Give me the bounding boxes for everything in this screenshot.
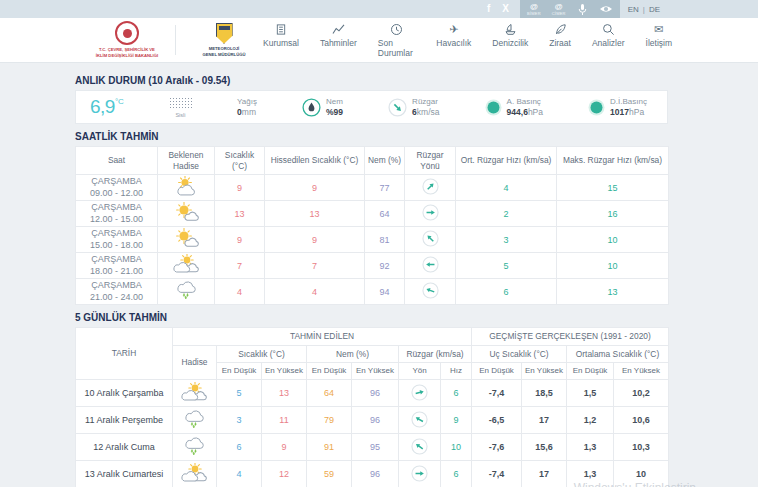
hourly-humidity-cell: 94	[365, 279, 405, 305]
nav-label: Ziraat	[549, 38, 571, 48]
daily-ext-max-cell: 17	[522, 407, 567, 434]
daily-forecast-title: 5 GÜNLÜK TAHMİN	[75, 312, 758, 323]
daily-avg-min-cell: 1,3	[567, 461, 614, 487]
twitter-x-icon[interactable]: X	[497, 0, 514, 18]
hourly-row: ÇARŞAMBA21.00 - 24.004494613	[76, 279, 669, 305]
nav-item-kurumsal[interactable]: Kurumsal	[263, 23, 299, 58]
nav-label: İletişim	[646, 38, 672, 48]
hourly-row: ÇARŞAMBA15.00 - 18.009981310	[76, 227, 669, 253]
hourly-avg-wind-cell: 3	[456, 227, 557, 253]
sun-cloud-weather-icon	[173, 176, 200, 197]
sun-clouds-weather-icon	[180, 382, 209, 403]
daily-date-cell: 10 Aralık Çarşamba	[76, 380, 173, 407]
current-condition: Sisli	[169, 97, 192, 118]
hourly-max-wind-cell: 10	[557, 227, 669, 253]
daily-temp-min-cell: 4	[217, 461, 262, 487]
daily-avg-max-cell: 10,3	[614, 434, 669, 461]
rain-weather-icon	[174, 280, 199, 301]
hourly-col-header: Saat	[76, 147, 158, 175]
hourly-weather-cell	[158, 227, 215, 253]
lang-en[interactable]: EN	[628, 5, 639, 14]
daily-temp-min-cell: 5	[217, 380, 262, 407]
current-item-label: D.İ.Basınç	[610, 97, 647, 107]
facebook-icon[interactable]: f	[480, 0, 497, 18]
daily-temp-max-cell: 11	[262, 407, 307, 434]
hourly-humidity-cell: 64	[365, 201, 405, 227]
site-header: T.C. ÇEVRE, ŞEHİRCİLİK VE İKLİM DEĞİŞİKL…	[0, 18, 758, 63]
col-header-humidity: Nem (%)	[307, 345, 399, 363]
hourly-time-cell: ÇARŞAMBA12.00 - 15.00	[76, 201, 158, 227]
hourly-wind-dir-cell	[405, 175, 456, 201]
wind-direction-icon	[411, 465, 428, 482]
daily-temp-max-cell: 9	[262, 434, 307, 461]
hourly-row: ÇARŞAMBA18.00 - 21.007792510	[76, 253, 669, 279]
daily-wind-dir-cell	[399, 434, 441, 461]
col-header-ext-max: En Yüksek	[522, 363, 567, 380]
hourly-wind-dir-cell	[405, 201, 456, 227]
daily-row: 13 Aralık Cumartesi41259966-7,4171,310	[76, 461, 669, 487]
daily-hum-min-cell: 79	[307, 407, 352, 434]
col-header-date: TARİH	[76, 328, 173, 380]
rain-weather-icon	[182, 409, 207, 430]
hourly-avg-wind-cell: 2	[456, 201, 557, 227]
microphone-icon[interactable]	[577, 3, 588, 16]
daily-avg-max-cell: 10,6	[614, 407, 669, 434]
nav-item-i̇letisim[interactable]: ✉İletişim	[646, 23, 672, 58]
wind-direction-icon	[422, 178, 439, 195]
daily-row: 11 Aralık Perşembe31179969-6,5171,210,6	[76, 407, 669, 434]
daily-forecast-table: TARİH TAHMİN EDİLEN GEÇMİŞTE GERÇEKLEŞEN…	[75, 327, 669, 487]
col-header-event: Hadise	[173, 345, 217, 380]
hourly-temp-cell: 13	[215, 201, 265, 227]
col-header-temp: Sıcaklık (°C)	[217, 345, 307, 363]
accessibility-eye-icon[interactable]	[599, 4, 613, 14]
hourly-feels-cell: 13	[265, 201, 365, 227]
wind-direction-icon	[422, 204, 439, 221]
wind-direction-icon	[422, 230, 439, 247]
bimer-icon[interactable]: @ BİMER	[527, 2, 541, 16]
daily-temp-max-cell: 12	[262, 461, 307, 487]
daily-row: 10 Aralık Çarşamba51364966-7,418,51,510,…	[76, 380, 669, 407]
ministry-logo[interactable]: T.C. ÇEVRE, ŞEHİRCİLİK VE İKLİM DEĞİŞİKL…	[88, 21, 166, 58]
daily-wind-speed-cell: 6	[441, 380, 472, 407]
current-item-value: %99	[326, 107, 343, 117]
nav-item-analizler[interactable]: Analizler	[592, 23, 625, 58]
current-item-value: 944,6hPa	[507, 107, 543, 117]
nav-item-denizcilik[interactable]: Denizcilik	[492, 23, 528, 58]
hourly-time-cell: ÇARŞAMBA09.00 - 12.00	[76, 175, 158, 201]
daily-weather-cell	[173, 461, 217, 487]
nav-item-son-durumlar[interactable]: Son Durumlar	[378, 23, 416, 58]
hourly-col-header: Beklenen Hadise	[158, 147, 215, 175]
daily-ext-min-cell: -7,4	[472, 380, 522, 407]
daily-ext-max-cell: 18,5	[522, 380, 567, 407]
daily-hum-min-cell: 59	[307, 461, 352, 487]
nav-item-tahminler[interactable]: Tahminler	[320, 23, 357, 58]
hourly-avg-wind-cell: 4	[456, 175, 557, 201]
sunny-cloud-weather-icon	[173, 202, 200, 223]
current-item-4: D.İ.Basınç1017hPa	[588, 97, 647, 117]
lang-de[interactable]: DE	[649, 5, 660, 14]
pressure-icon	[588, 99, 605, 116]
hourly-max-wind-cell: 15	[557, 175, 669, 201]
cimer-icon[interactable]: @ CİMER	[552, 2, 566, 16]
mail-icon: ✉	[654, 23, 663, 36]
logo-area: T.C. ÇEVRE, ŞEHİRCİLİK VE İKLİM DEĞİŞİKL…	[88, 21, 263, 58]
col-header-avg-temp: Ortalama Sıcaklık (°C)	[567, 345, 669, 363]
hourly-temp-cell: 7	[215, 253, 265, 279]
wind-direction-icon	[422, 256, 439, 273]
daily-wind-dir-cell	[399, 407, 441, 434]
col-header-wind-speed: Hız	[441, 363, 472, 380]
leaf-icon	[554, 23, 567, 36]
mgm-logo[interactable]: METEOROLOJİ GENEL MÜDÜRLÜĞÜ	[185, 23, 263, 57]
daily-hum-min-cell: 91	[307, 434, 352, 461]
current-item-label: Nem	[326, 97, 343, 107]
plane-icon: ✈	[449, 23, 458, 36]
hourly-weather-cell	[158, 279, 215, 305]
hourly-forecast-title: SAATLİK TAHMİN	[75, 131, 758, 142]
daily-hum-max-cell: 95	[352, 434, 399, 461]
nav-item-havacilik[interactable]: ✈Havacılık	[436, 23, 471, 58]
magnifier-icon	[602, 23, 615, 36]
hourly-time-cell: ÇARŞAMBA15.00 - 18.00	[76, 227, 158, 253]
daily-wind-dir-cell	[399, 461, 441, 487]
hourly-humidity-cell: 92	[365, 253, 405, 279]
nav-item-ziraat[interactable]: Ziraat	[549, 23, 571, 58]
